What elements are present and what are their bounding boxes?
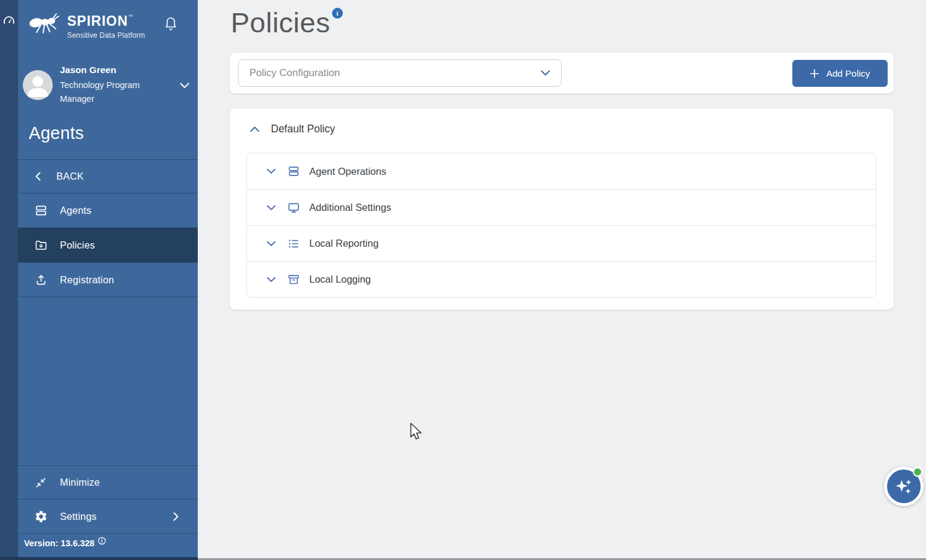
policy-card: Default Policy Agent Operations — [230, 108, 894, 310]
sidebar-spacer — [18, 297, 198, 465]
assistant-fab-button[interactable] — [884, 467, 924, 506]
chevron-up-icon — [250, 126, 260, 132]
gauge-icon[interactable] — [2, 14, 16, 29]
spirion-ant-logo-icon — [29, 11, 62, 35]
main-content: Policiesi Policy Configuration Add Polic… — [198, 0, 926, 558]
section-label: Agent Operations — [309, 166, 386, 177]
brand-header: SPIRION™ Sensitive Data Platform — [18, 0, 198, 55]
sidebar-item-agents[interactable]: Agents — [18, 193, 198, 228]
policy-configuration-value: Policy Configuration — [249, 67, 541, 79]
section-row-local-reporting[interactable]: Local Reporting — [247, 225, 876, 261]
sidebar-item-registration[interactable]: Registration — [18, 262, 198, 297]
chevron-right-icon — [173, 512, 179, 521]
settings-button[interactable]: Settings — [18, 499, 198, 534]
section-label: Additional Settings — [309, 202, 391, 213]
info-icon[interactable] — [98, 537, 106, 545]
chevron-down-icon — [267, 277, 276, 283]
chevron-left-icon — [35, 172, 41, 181]
local-logging-icon — [287, 273, 300, 286]
bell-icon[interactable] — [163, 16, 179, 32]
settings-label: Settings — [60, 511, 96, 522]
registration-upload-icon — [34, 273, 48, 287]
user-name: Jason Green — [60, 65, 151, 75]
sidebar-item-policies[interactable]: Policies — [18, 228, 198, 262]
section-label: Local Reporting — [309, 238, 379, 249]
additional-settings-icon — [287, 201, 300, 214]
status-badge — [913, 467, 922, 477]
back-button[interactable]: BACK — [18, 159, 198, 193]
agent-operations-icon — [287, 165, 300, 178]
brand-name: SPIRION™ — [67, 14, 145, 28]
add-policy-button[interactable]: Add Policy — [792, 60, 888, 87]
add-policy-label: Add Policy — [826, 68, 870, 79]
chevron-down-icon — [541, 70, 550, 76]
sidebar-item-label: Registration — [60, 274, 114, 286]
page-info-badge-icon[interactable]: i — [332, 8, 343, 19]
policies-folder-icon — [34, 238, 48, 252]
chevron-down-icon[interactable] — [180, 83, 189, 89]
minimize-icon — [34, 476, 48, 489]
sidebar: SPIRION™ Sensitive Data Platform Jason G… — [18, 0, 198, 557]
sidebar-item-label: Policies — [60, 240, 95, 251]
local-reporting-icon — [287, 237, 300, 250]
user-menu[interactable]: Jason Green Technology Program Manager — [18, 55, 198, 115]
chevron-down-icon — [267, 241, 276, 247]
sidebar-item-label: Agents — [60, 205, 92, 216]
version-label: Version: 13.6.328 — [24, 538, 95, 557]
policy-toolbar: Policy Configuration Add Policy — [230, 53, 894, 93]
brand-subtitle: Sensitive Data Platform — [67, 31, 145, 40]
trademark-mark: ™ — [128, 14, 134, 19]
minimize-button[interactable]: Minimize — [18, 465, 198, 499]
avatar — [23, 70, 53, 100]
bottom-edge-left — [0, 557, 198, 560]
policy-sections: Agent Operations Additional Settings — [246, 153, 876, 298]
section-row-local-logging[interactable]: Local Logging — [247, 261, 876, 297]
plus-icon — [810, 69, 819, 78]
page-title: Policiesi — [231, 6, 343, 39]
gear-icon — [34, 510, 48, 523]
minimize-label: Minimize — [60, 477, 100, 488]
policy-configuration-select[interactable]: Policy Configuration — [238, 59, 562, 87]
section-row-additional-settings[interactable]: Additional Settings — [247, 189, 876, 225]
sparkles-icon — [894, 476, 914, 497]
section-label: Local Logging — [309, 274, 371, 285]
user-role: Technology Program Manager — [60, 78, 151, 105]
agents-stack-icon — [34, 204, 48, 217]
version-info: Version: 13.6.328 — [18, 534, 198, 557]
left-rail — [0, 0, 18, 557]
policy-name: Default Policy — [271, 123, 335, 135]
back-label: BACK — [56, 171, 84, 182]
sidebar-section-title: Agents — [18, 115, 198, 159]
section-row-agent-operations[interactable]: Agent Operations — [247, 153, 876, 189]
policy-toggle[interactable]: Default Policy — [250, 123, 335, 135]
chevron-down-icon — [267, 205, 276, 211]
chevron-down-icon — [267, 168, 276, 174]
